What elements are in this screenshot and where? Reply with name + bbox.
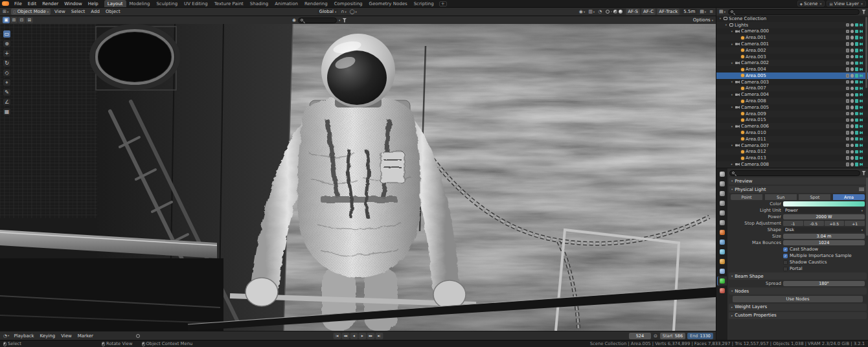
selectable-checkbox-icon[interactable] xyxy=(846,74,850,78)
outliner-row-area-007[interactable]: Area.007 xyxy=(716,85,868,92)
disable-viewport-icon[interactable] xyxy=(855,49,859,52)
outliner-row-camera-006[interactable]: ▾Camera.006 xyxy=(716,123,868,129)
outliner-search[interactable] xyxy=(728,9,860,15)
outliner-row-camera-008[interactable]: ▸Camera.008 xyxy=(716,161,868,168)
properties-tab-constraints[interactable] xyxy=(717,267,727,276)
selectable-checkbox-icon[interactable] xyxy=(846,137,850,141)
workspace-tab-geometry-nodes[interactable]: Geometry Nodes xyxy=(366,0,411,7)
add-primitive-tool-icon[interactable]: ▦ xyxy=(3,107,11,116)
max-bounces-field[interactable]: 1024 xyxy=(783,240,865,246)
snap-magnet-icon[interactable]: ∩▾ xyxy=(340,8,347,15)
show-gizmo-icon[interactable]: ◉▾ xyxy=(578,8,586,15)
outliner-row-area-012[interactable]: Area.012 xyxy=(716,148,868,155)
disable-viewport-icon[interactable] xyxy=(855,150,859,154)
light-type-point[interactable]: Point xyxy=(731,194,762,200)
disable-render-icon[interactable] xyxy=(860,87,863,91)
disable-viewport-icon[interactable] xyxy=(855,131,859,135)
workspace-tab-compositing[interactable]: Compositing xyxy=(331,0,366,7)
disable-render-icon[interactable] xyxy=(860,137,863,141)
wireframe-shading-icon[interactable] xyxy=(606,10,610,14)
selectable-checkbox-icon[interactable] xyxy=(846,124,850,128)
outliner-row-area-013[interactable]: Area.013 xyxy=(716,155,868,161)
transform-tool-icon[interactable]: ⌖ xyxy=(3,78,11,87)
expand-icon[interactable]: ▾ xyxy=(730,43,734,46)
workspace-tab-modeling[interactable]: Modeling xyxy=(126,0,154,7)
disable-render-icon[interactable] xyxy=(860,150,863,154)
timeline-editor-icon[interactable]: ◔▾ xyxy=(3,333,10,339)
properties-tab-scene[interactable] xyxy=(717,208,727,218)
outliner-row-area-008[interactable]: Area.008 xyxy=(716,98,868,104)
show-overlays-icon[interactable]: ▥▾ xyxy=(588,8,595,15)
properties-tab-view-layer[interactable] xyxy=(717,199,727,208)
af-mode-af-s-button[interactable]: AF-S xyxy=(626,8,640,15)
menu-window[interactable]: Window xyxy=(62,1,85,6)
outliner-row-camera-001[interactable]: ▾Camera.001 xyxy=(716,41,868,47)
preset-menu-icon[interactable] xyxy=(859,188,864,192)
af-mode-af-track-button[interactable]: AF-Track xyxy=(657,8,680,15)
editor-type-icon[interactable]: ⊞▾ xyxy=(2,8,9,15)
disable-render-icon[interactable] xyxy=(860,131,863,135)
outliner-row-camera-000[interactable]: ▾Camera.000 xyxy=(716,28,868,35)
view-layer-selector[interactable]: ▤ View Layer × xyxy=(827,1,866,6)
workspace-tab-texture-paint[interactable]: Texture Paint xyxy=(211,0,247,7)
auto-keyframe-toggle[interactable] xyxy=(136,334,140,338)
xray-toggle-icon[interactable]: ◔ xyxy=(597,8,602,15)
hide-viewport-icon[interactable] xyxy=(851,74,854,78)
spread-field[interactable]: 180° xyxy=(783,281,865,287)
disable-render-icon[interactable] xyxy=(860,55,863,59)
menu-file[interactable]: File xyxy=(12,1,25,6)
current-frame-field[interactable]: 524 xyxy=(629,333,651,339)
hide-viewport-icon[interactable] xyxy=(851,99,854,103)
outliner-row-area-004[interactable]: Area.004 xyxy=(716,66,868,73)
hide-viewport-icon[interactable] xyxy=(851,144,854,148)
selectable-checkbox-icon[interactable] xyxy=(846,131,850,135)
mode-dropdown[interactable]: ◻ Object Mode▾ xyxy=(11,8,51,15)
outliner-scrollbar[interactable] xyxy=(865,17,867,88)
disable-viewport-icon[interactable] xyxy=(855,124,859,128)
hide-viewport-icon[interactable] xyxy=(851,80,854,84)
blender-logo-icon[interactable] xyxy=(2,1,9,6)
disable-render-icon[interactable] xyxy=(860,124,863,128)
disable-render-icon[interactable] xyxy=(860,93,863,97)
frame-start-field[interactable]: Start586 xyxy=(660,333,685,339)
viewport-3d-canvas[interactable] xyxy=(0,24,716,331)
expand-icon[interactable]: ▾ xyxy=(730,93,734,96)
keying-set-icon[interactable]: ⊙ xyxy=(653,333,658,339)
material-shading-icon[interactable] xyxy=(613,10,617,14)
weight-layers-panel-header[interactable]: ▸ Weight Layers xyxy=(729,304,867,311)
properties-tab-object[interactable] xyxy=(717,228,727,237)
select-mode-1-icon[interactable]: ⊞ xyxy=(10,17,17,23)
disable-render-icon[interactable] xyxy=(860,23,863,27)
disable-viewport-icon[interactable] xyxy=(855,80,859,84)
hide-viewport-icon[interactable] xyxy=(851,124,854,128)
rotate-tool-icon[interactable]: ↻ xyxy=(3,59,11,67)
disable-render-icon[interactable] xyxy=(860,156,863,160)
light-type-sun[interactable]: Sun xyxy=(765,194,797,200)
hide-viewport-icon[interactable] xyxy=(851,118,854,122)
selectable-checkbox-icon[interactable] xyxy=(846,156,850,160)
hide-viewport-icon[interactable] xyxy=(851,30,854,34)
unlink-view-layer-icon[interactable]: × xyxy=(860,1,863,6)
disable-viewport-icon[interactable] xyxy=(855,156,859,160)
hide-viewport-icon[interactable] xyxy=(851,156,854,160)
disable-viewport-icon[interactable] xyxy=(855,74,859,78)
outliner-search-input[interactable] xyxy=(735,9,857,14)
disable-viewport-icon[interactable] xyxy=(855,42,859,46)
selectable-checkbox-icon[interactable] xyxy=(846,87,850,91)
disable-render-icon[interactable] xyxy=(860,62,863,65)
outliner-row-area-003[interactable]: Area.003 xyxy=(716,54,868,60)
checkbox-portal[interactable] xyxy=(783,267,788,271)
expand-icon[interactable]: ▾ xyxy=(730,30,734,33)
snap-target-icon[interactable]: ◉ xyxy=(291,17,297,23)
disable-render-icon[interactable] xyxy=(860,36,863,39)
expand-icon[interactable]: ▾ xyxy=(730,106,734,109)
disable-render-icon[interactable] xyxy=(860,74,863,78)
selectable-checkbox-icon[interactable] xyxy=(846,99,850,103)
workspace-tab-layout[interactable]: Layout xyxy=(104,0,126,7)
disable-viewport-icon[interactable] xyxy=(855,106,859,109)
selectable-checkbox-icon[interactable] xyxy=(846,162,850,166)
select-mode-2-icon[interactable]: ⊟ xyxy=(18,17,25,23)
disable-viewport-icon[interactable] xyxy=(855,99,859,103)
disable-render-icon[interactable] xyxy=(860,49,863,52)
preview-panel-header[interactable]: ▾ Preview xyxy=(729,177,867,185)
